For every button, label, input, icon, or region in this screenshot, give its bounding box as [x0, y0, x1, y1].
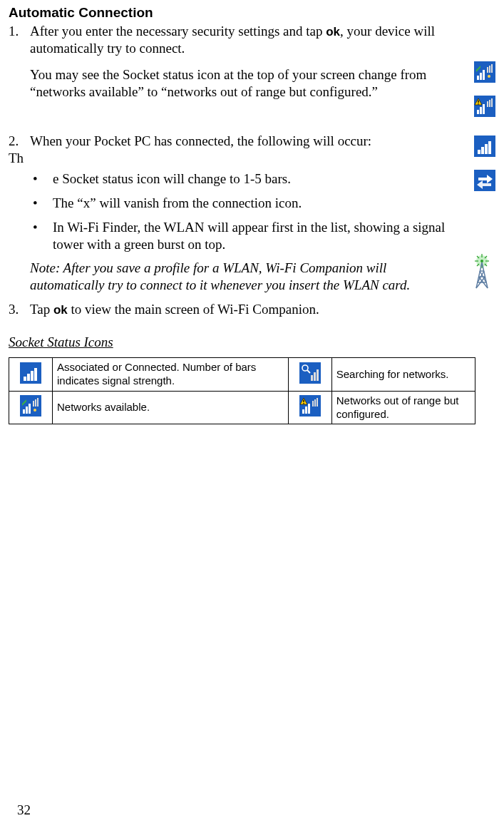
signal-bars-icon: [474, 136, 495, 157]
step-3-text-pre: Tap: [30, 302, 53, 317]
searching-networks-icon: [299, 362, 321, 384]
svg-rect-17: [491, 98, 493, 107]
svg-rect-55: [23, 409, 25, 414]
svg-rect-63: [302, 409, 304, 414]
svg-rect-20: [481, 147, 484, 154]
bullet-2-text: The “x” will vanish from the connection …: [53, 195, 460, 212]
svg-rect-59: [33, 401, 34, 407]
svg-rect-1: [477, 76, 479, 80]
bullet-dot-icon: •: [30, 195, 53, 212]
svg-rect-5: [487, 67, 488, 73]
step-2-th-fragment: Th: [9, 150, 460, 167]
bullet-dot-icon: •: [30, 170, 53, 188]
section-heading: Automatic Connection: [9, 4, 495, 21]
svg-rect-52: [314, 372, 316, 381]
bullet-1: • e Socket status icon will change to 1-…: [30, 170, 460, 188]
svg-rect-14: [478, 103, 478, 104]
bullet-3: • In Wi-Fi Finder, the WLAN will appear …: [30, 219, 460, 253]
table-row: Networks available. Networks out of rang…: [9, 391, 475, 424]
bullet-1-text: e Socket status icon will change to 1-5 …: [53, 170, 460, 188]
step-1a-ok: ok: [326, 25, 340, 39]
svg-rect-61: [37, 398, 38, 407]
table-desc-searching: Searching for networks.: [331, 358, 475, 392]
networks-available-icon: [474, 61, 495, 83]
bullet-3-text: In Wi-Fi Finder, the WLAN will appear fi…: [53, 219, 460, 253]
step-3-text-post: to view the main screen of Wi-Fi Compani…: [68, 302, 319, 317]
networks-out-of-range-icon: [299, 395, 321, 416]
svg-rect-9: [477, 110, 479, 114]
status-icons-subheading: Socket Status Icons: [9, 334, 495, 351]
svg-rect-13: [478, 100, 478, 103]
step-1a-text-pre: After you enter the necessary security s…: [30, 24, 326, 39]
svg-rect-44: [24, 377, 26, 381]
svg-point-33: [480, 260, 483, 262]
table-icon-searching: [288, 358, 331, 392]
svg-rect-53: [317, 369, 319, 381]
svg-rect-45: [27, 374, 30, 381]
signal-bars-icon: [20, 362, 41, 384]
step-2-text: When your Pocket PC has connected, the f…: [30, 133, 371, 148]
svg-rect-67: [303, 400, 304, 403]
step-2-number: 2.: [9, 133, 30, 150]
table-desc-available: Networks available.: [53, 391, 289, 424]
svg-rect-60: [35, 399, 36, 407]
step-3-ok: ok: [53, 303, 68, 317]
svg-rect-6: [489, 66, 490, 73]
svg-rect-47: [34, 368, 37, 381]
status-icons-table: Associated or Connected. Number of bars …: [9, 357, 475, 424]
table-icon-outofrange: [288, 391, 331, 424]
bullet-dot-icon: •: [30, 219, 53, 253]
connection-arrows-icon: [474, 170, 495, 191]
table-icon-connected: [9, 358, 53, 392]
svg-rect-46: [31, 371, 34, 381]
svg-point-4: [488, 75, 490, 78]
signal-tower-green-burst-icon: [468, 254, 495, 290]
svg-rect-10: [480, 107, 482, 114]
svg-rect-68: [303, 403, 304, 404]
svg-rect-56: [26, 407, 28, 414]
table-desc-outofrange: Networks out of range but configured.: [331, 391, 475, 424]
svg-rect-21: [485, 144, 488, 154]
svg-rect-71: [317, 398, 318, 407]
svg-rect-11: [483, 104, 485, 114]
svg-rect-19: [478, 150, 480, 154]
step-1-number: 1.: [9, 23, 30, 101]
svg-rect-51: [311, 375, 313, 381]
step-1: 1. After you enter the necessary securit…: [9, 23, 460, 101]
page-number: 32: [17, 802, 31, 819]
bullet-2: • The “x” will vanish from the connectio…: [30, 195, 460, 212]
svg-rect-57: [29, 404, 31, 414]
networks-available-icon: [20, 395, 41, 416]
svg-rect-2: [480, 73, 482, 80]
svg-point-58: [34, 409, 36, 412]
svg-rect-65: [308, 404, 310, 414]
svg-rect-3: [483, 70, 485, 80]
step-3-number: 3.: [9, 301, 30, 318]
table-desc-connected: Associated or Connected. Number of bars …: [53, 358, 289, 392]
step-1b-text: You may see the Socket status icon at th…: [30, 66, 460, 101]
svg-rect-15: [487, 101, 488, 107]
step-3: 3. Tap ok to view the main screen of Wi-…: [9, 301, 495, 318]
svg-rect-16: [489, 100, 490, 107]
svg-rect-69: [312, 401, 314, 407]
networks-out-of-range-icon: [474, 96, 495, 117]
step-2: 2. When your Pocket PC has connected, th…: [9, 133, 460, 150]
note-text: Note: After you save a profile for a WLA…: [30, 260, 460, 294]
svg-rect-7: [491, 64, 493, 73]
svg-rect-22: [488, 141, 491, 154]
table-row: Associated or Connected. Number of bars …: [9, 358, 475, 392]
svg-rect-70: [314, 399, 316, 407]
svg-rect-64: [305, 407, 307, 414]
table-icon-available: [9, 391, 53, 424]
